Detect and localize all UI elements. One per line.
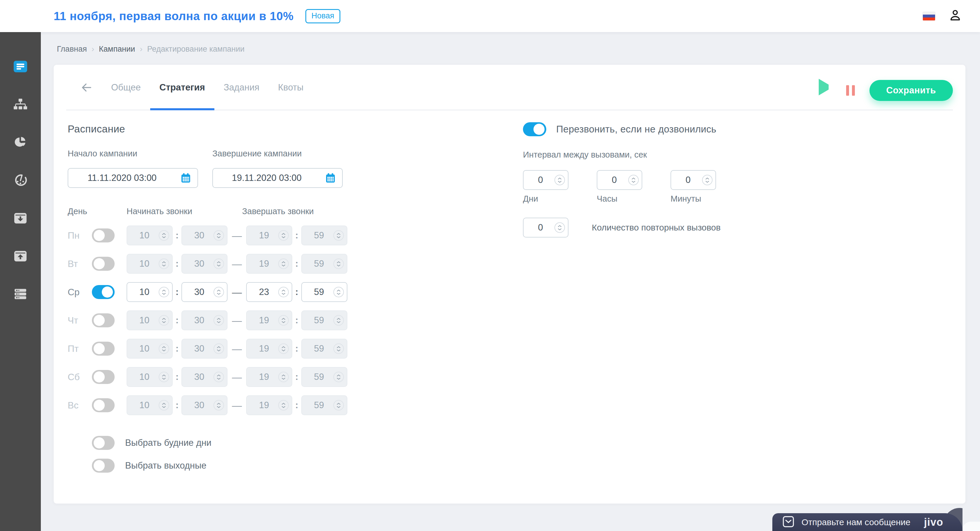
stepper-icon[interactable] [159,400,169,410]
schedule-day-row: Чт : — [68,311,523,330]
stepper-icon[interactable] [628,175,639,185]
day-label: Чт [68,315,92,326]
stepper-icon[interactable] [333,343,344,354]
stepper-icon[interactable] [278,372,289,382]
tabbar: ОбщееСтратегияЗаданияКвоты Сохранить [54,65,966,110]
servers-icon [14,288,27,301]
stepper-icon[interactable] [213,372,224,382]
time-separator: : [295,400,298,410]
language-flag-ru[interactable] [923,12,935,21]
column-end-calls: Завершать звонки [242,207,314,216]
sidebar-item-import[interactable] [0,200,41,238]
stepper-icon[interactable] [213,315,224,325]
stepper-icon[interactable] [702,175,713,185]
time-separator: : [295,287,298,297]
sidebar [0,32,41,531]
sidebar-item-campaigns[interactable] [0,48,41,86]
tab-3[interactable]: Задания [215,65,269,110]
stepper-icon[interactable] [333,315,344,325]
sidebar-item-monitoring[interactable] [0,162,41,200]
stepper-icon[interactable] [333,372,344,382]
breadcrumb-current: Редактирование кампании [147,45,244,54]
envelope-icon [782,515,795,529]
app-header: 11 ноября, первая волна по акции в 10% Н… [0,0,980,32]
chevron-right-icon: › [140,45,142,54]
stepper-icon[interactable] [159,258,169,269]
day-toggle[interactable] [92,313,115,327]
stepper-icon[interactable] [278,343,289,354]
campaign-card: ОбщееСтратегияЗаданияКвоты Сохранить Рас… [54,65,966,504]
day-toggle[interactable] [92,342,115,356]
stepper-icon[interactable] [213,258,224,269]
tab-4[interactable]: Квоты [269,65,313,110]
time-separator: : [176,287,178,297]
stepper-icon[interactable] [278,400,289,410]
play-button[interactable] [819,85,830,96]
time-separator: : [176,372,178,382]
weekdays-toggle[interactable] [92,436,115,450]
breadcrumb-campaigns[interactable]: Кампании [99,45,135,54]
day-toggle[interactable] [92,370,115,384]
time-separator: : [295,372,298,382]
stepper-icon[interactable] [554,175,565,185]
day-label: Вт [68,258,92,269]
stepper-icon[interactable] [159,230,169,241]
breadcrumb-home[interactable]: Главная [57,45,87,54]
stepper-icon[interactable] [213,343,224,354]
time-separator: : [295,343,298,354]
sitemap-icon [14,98,27,112]
sidebar-item-servers[interactable] [0,276,41,314]
sidebar-item-structure[interactable] [0,86,41,124]
stepper-icon[interactable] [278,287,289,297]
time-separator: : [176,315,178,325]
hours-label: Часы [597,194,642,204]
gauge-icon [14,174,27,188]
user-account-icon[interactable] [948,8,963,24]
tabs: ОбщееСтратегияЗаданияКвоты [102,65,313,110]
minutes-label: Минуты [671,194,716,204]
inbox-out-icon [13,250,27,263]
time-separator: : [176,400,178,410]
stepper-icon[interactable] [213,287,224,297]
day-label: Пт [68,343,92,354]
stepper-icon[interactable] [278,315,289,325]
tab-1[interactable]: Общее [102,65,150,110]
day-toggle[interactable] [92,398,115,412]
calendar-icon[interactable] [325,172,336,184]
chat-widget[interactable]: Отправьте нам сообщение jivo [772,510,963,531]
day-label: Пн [68,230,92,241]
sidebar-item-reports[interactable] [0,124,41,162]
stepper-icon[interactable] [213,400,224,410]
feed-icon [13,60,28,74]
save-button[interactable]: Сохранить [869,80,953,101]
stepper-icon[interactable] [333,287,344,297]
stepper-icon[interactable] [159,343,169,354]
range-separator: — [232,343,242,354]
day-toggle[interactable] [92,257,115,271]
sidebar-item-export[interactable] [0,238,41,276]
pie-chart-icon [14,136,27,150]
interval-label: Интервал между вызовами, сек [523,150,951,159]
back-arrow-icon[interactable] [80,82,93,93]
stepper-icon[interactable] [333,400,344,410]
pause-button[interactable] [846,85,855,96]
stepper-icon[interactable] [333,230,344,241]
stepper-icon[interactable] [333,258,344,269]
campaign-end-input[interactable] [212,168,343,188]
callback-toggle[interactable] [523,122,546,136]
stepper-icon[interactable] [159,287,169,297]
schedule-day-row: Вт : — [68,254,523,274]
stepper-icon[interactable] [159,372,169,382]
tab-2[interactable]: Стратегия [150,65,215,110]
stepper-icon[interactable] [278,258,289,269]
status-badge: Новая [305,9,340,23]
day-toggle[interactable] [92,285,115,299]
calendar-icon[interactable] [180,172,192,184]
stepper-icon[interactable] [554,222,565,233]
day-toggle[interactable] [92,228,115,242]
campaign-start-input[interactable] [68,168,198,188]
stepper-icon[interactable] [213,230,224,241]
stepper-icon[interactable] [278,230,289,241]
weekend-toggle[interactable] [92,459,115,473]
stepper-icon[interactable] [159,315,169,325]
